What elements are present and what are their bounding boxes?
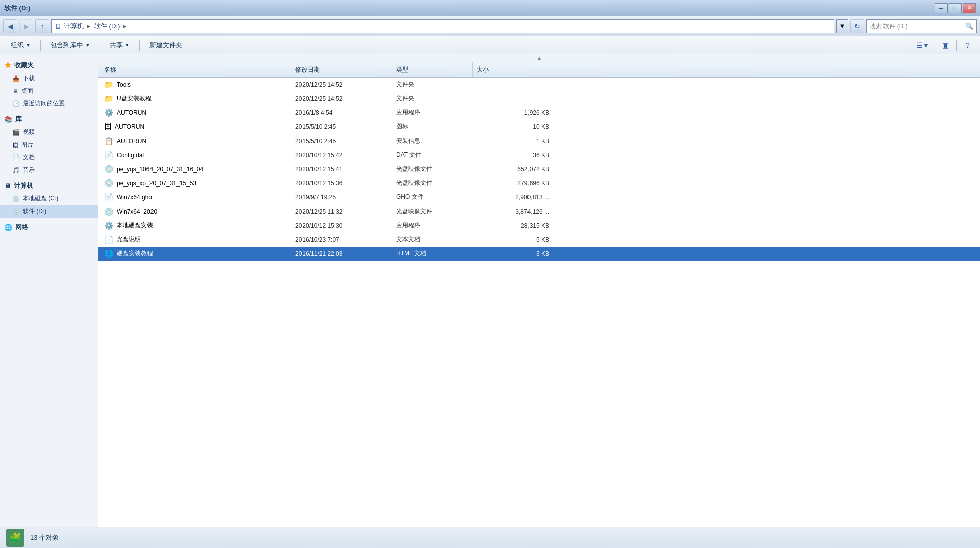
file-size-cell: 5 KB <box>473 236 553 243</box>
file-date-cell: 2020/10/12 15:41 <box>291 166 392 173</box>
network-icon: 🌐 <box>4 224 12 231</box>
file-name-label: Tools <box>117 81 131 88</box>
recent-icon: 🕒 <box>12 100 20 107</box>
col-header-name[interactable]: 名称 <box>100 62 291 77</box>
table-row[interactable]: 📄 Config.dat 2020/10/12 15:42 DAT 文件 36 … <box>98 148 980 162</box>
address-crumb-computer[interactable]: 计算机 <box>64 22 84 31</box>
file-type-cell: HTML 文档 <box>392 249 473 258</box>
table-row[interactable]: ⚙️ 本地硬盘安装 2020/10/12 15:30 应用程序 28,315 K… <box>98 219 980 233</box>
table-row[interactable]: 🌐 硬盘安装教程 2016/11/21 22:03 HTML 文档 3 KB <box>98 247 980 261</box>
file-type-cell: 光盘映像文件 <box>392 165 473 173</box>
favorites-label: 收藏夹 <box>14 61 34 70</box>
sidebar-item-downloads[interactable]: 📥 下载 <box>0 72 98 85</box>
table-row[interactable]: 📋 AUTORUN 2015/5/10 2:45 安装信息 1 KB <box>98 134 980 148</box>
new-folder-label: 新建文件夹 <box>149 41 182 50</box>
address-dropdown-button[interactable]: ▼ <box>836 19 848 33</box>
change-view-button[interactable]: ☰▼ <box>916 38 930 52</box>
file-name-label: AUTORUN <box>117 138 146 145</box>
minimize-button[interactable]: ─ <box>935 3 948 13</box>
sidebar-item-drive-c[interactable]: 💿 本地磁盘 (C:) <box>0 192 98 205</box>
include-library-label: 包含到库中 <box>50 41 83 50</box>
file-size-cell: 279,696 KB <box>473 180 553 187</box>
file-name-cell: 💿 pe_yqs_xp_20_07_31_15_53 <box>100 179 291 188</box>
desktop-label: 桌面 <box>21 87 33 95</box>
file-list[interactable]: ▲ 名称 修改日期 类型 大小 📁 Tools 2020/12/25 14:52… <box>98 54 980 527</box>
help-button[interactable]: ? <box>961 38 975 52</box>
maximize-button[interactable]: □ <box>949 3 962 13</box>
toolbar-separator-5 <box>956 40 957 51</box>
sidebar-item-music[interactable]: 🎵 音乐 <box>0 164 98 176</box>
file-date-cell: 2020/12/25 14:52 <box>291 95 392 102</box>
file-icon: 💿 <box>104 179 114 188</box>
toolbar-separator-4 <box>934 40 934 51</box>
file-icon: 💿 <box>104 165 114 174</box>
back-button[interactable]: ◀ <box>3 19 17 33</box>
computer-icon: 🖥 <box>4 182 11 190</box>
include-library-button[interactable]: 包含到库中 ▼ <box>45 38 96 52</box>
col-header-size[interactable]: 大小 <box>473 62 553 77</box>
file-icon: 📁 <box>104 80 114 89</box>
sidebar-item-recent[interactable]: 🕒 最近访问的位置 <box>0 97 98 110</box>
col-header-date[interactable]: 修改日期 <box>291 62 392 77</box>
file-size-cell: 10 KB <box>473 123 553 130</box>
table-row[interactable]: 🖼 AUTORUN 2015/5/10 2:45 图标 10 KB <box>98 120 980 134</box>
address-crumb-drive[interactable]: 软件 (D:) <box>94 22 120 31</box>
file-name-label: Win7x64_2020 <box>117 208 157 215</box>
search-box[interactable]: 🔍 <box>866 19 977 33</box>
downloads-label: 下载 <box>23 74 35 83</box>
file-name-label: U盘安装教程 <box>117 94 152 103</box>
forward-button[interactable]: ▶ <box>19 19 33 33</box>
close-button[interactable]: ✕ <box>963 3 976 13</box>
network-header[interactable]: 🌐 网络 <box>0 221 98 234</box>
file-date-cell: 2020/10/12 15:30 <box>291 222 392 229</box>
table-row[interactable]: 📁 U盘安装教程 2020/12/25 14:52 文件夹 <box>98 92 980 106</box>
up-button[interactable]: ↑ <box>35 19 49 33</box>
video-icon: 🎬 <box>12 129 20 136</box>
favorites-header[interactable]: ★ 收藏夹 <box>0 58 98 72</box>
file-name-label: pe_yqs_1064_20_07_31_16_04 <box>117 166 203 173</box>
table-row[interactable]: ⚙️ AUTORUN 2016/1/8 4:54 应用程序 1,926 KB <box>98 106 980 120</box>
file-name-label: 硬盘安装教程 <box>117 249 153 258</box>
address-sep-1: ▸ <box>87 22 91 30</box>
organize-button[interactable]: 组织 ▼ <box>5 38 36 52</box>
documents-icon: 📄 <box>12 154 20 161</box>
search-icon[interactable]: 🔍 <box>965 22 973 30</box>
table-row[interactable]: 📄 光盘说明 2016/10/23 7:07 文本文档 5 KB <box>98 233 980 247</box>
table-row[interactable]: 📄 Win7x64.gho 2019/9/7 19:25 GHO 文件 2,90… <box>98 190 980 204</box>
music-icon: 🎵 <box>12 167 20 174</box>
address-bar: ◀ ▶ ↑ 🖥 计算机 ▸ 软件 (D:) ▸ ▼ ↻ 🔍 <box>0 16 980 36</box>
col-header-type[interactable]: 类型 <box>392 62 473 77</box>
sidebar-item-drive-d[interactable]: 💿 软件 (D:) <box>0 205 98 218</box>
file-name-label: Win7x64.gho <box>117 194 152 201</box>
file-name-cell: 🖼 AUTORUN <box>100 122 291 131</box>
sidebar-item-pictures[interactable]: 🖼 图片 <box>0 139 98 151</box>
computer-label: 计算机 <box>14 181 33 190</box>
file-size-cell: 1 KB <box>473 138 553 145</box>
file-name-label: 本地硬盘安装 <box>117 221 153 230</box>
sidebar-item-desktop[interactable]: 🖥 桌面 <box>0 85 98 97</box>
table-row[interactable]: 💿 pe_yqs_xp_20_07_31_15_53 2020/10/12 15… <box>98 176 980 190</box>
library-icon: 📚 <box>4 116 12 123</box>
file-icon: 🖼 <box>104 122 112 131</box>
refresh-button[interactable]: ↻ <box>850 19 864 33</box>
table-row[interactable]: 💿 Win7x64_2020 2020/12/25 11:32 光盘映像文件 3… <box>98 204 980 219</box>
file-name-label: AUTORUN <box>115 123 144 130</box>
drive-d-label: 软件 (D:) <box>23 207 46 216</box>
file-rows-container: 📁 Tools 2020/12/25 14:52 文件夹 📁 U盘安装教程 20… <box>98 78 980 261</box>
file-icon: 📁 <box>104 94 114 103</box>
file-size-cell: 28,315 KB <box>473 222 553 229</box>
sidebar-item-video[interactable]: 🎬 视频 <box>0 126 98 139</box>
computer-header[interactable]: 🖥 计算机 <box>0 179 98 192</box>
preview-pane-button[interactable]: ▣ <box>938 38 952 52</box>
desktop-icon: 🖥 <box>12 88 18 95</box>
address-box[interactable]: 🖥 计算机 ▸ 软件 (D:) ▸ <box>51 19 834 33</box>
file-icon: 🌐 <box>104 249 114 258</box>
search-input[interactable] <box>870 23 963 30</box>
sidebar-item-documents[interactable]: 📄 文档 <box>0 151 98 164</box>
sidebar: ★ 收藏夹 📥 下载 🖥 桌面 🕒 最近访问的位置 📚 库 <box>0 54 98 527</box>
table-row[interactable]: 💿 pe_yqs_1064_20_07_31_16_04 2020/10/12 … <box>98 162 980 176</box>
new-folder-button[interactable]: 新建文件夹 <box>144 38 188 52</box>
library-header[interactable]: 📚 库 <box>0 113 98 126</box>
share-button[interactable]: 共享 ▼ <box>104 38 135 52</box>
table-row[interactable]: 📁 Tools 2020/12/25 14:52 文件夹 <box>98 78 980 92</box>
